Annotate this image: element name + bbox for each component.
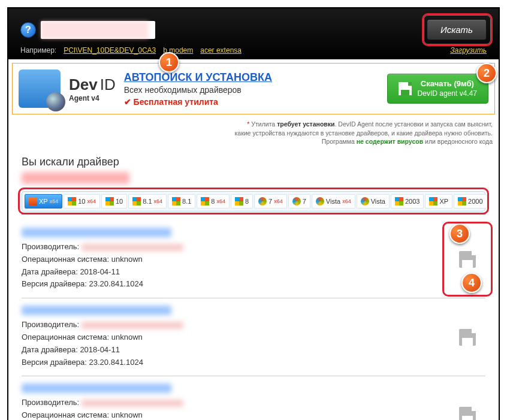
example-link[interactable]: acer extensa [200, 46, 242, 55]
callout-badge-2: 2 [476, 63, 497, 83]
os-tab-label: Vista [371, 198, 385, 205]
os-tab-XP[interactable]: XP [425, 194, 452, 209]
os-tab-label: 8 [245, 198, 249, 205]
promo-text: АВТОПОИСК И УСТАНОВКА Всех необходимых д… [124, 71, 379, 107]
driver-version: 23.20.841.1024 [89, 279, 143, 288]
driver-fields: Производитель: Операционная система: unk… [22, 319, 439, 368]
driver-title-obscured [22, 228, 171, 237]
example-link[interactable]: PCI\VEN_10DE&DEV_0CA3 [64, 46, 156, 55]
os-tab-label: Vista [326, 198, 340, 205]
driver-row: Производитель: Операционная система: unk… [22, 376, 485, 420]
os-tab-arch: x64 [216, 198, 225, 204]
driver-os: unknown [111, 410, 143, 419]
callout-badge-3: 3 [449, 223, 470, 244]
upload-link[interactable]: Загрузить [450, 46, 487, 55]
driver-fields: Производитель: Операционная система: unk… [22, 241, 439, 291]
os-tab-2003[interactable]: 2003 [391, 194, 424, 209]
download-title: Скачать (9мб) [418, 79, 477, 89]
os-tab-label: 8.1 [182, 198, 191, 205]
os-tab-Vistax64[interactable]: Vistax64 [312, 194, 355, 209]
os-tab-2000[interactable]: 2000 [454, 194, 487, 209]
os-tab-Vista[interactable]: Vista [357, 194, 390, 209]
driver-os: unknown [111, 255, 143, 264]
driver-info: Производитель: Операционная система: unk… [22, 383, 439, 420]
os-tab-arch: x64 [87, 198, 96, 204]
os-tab-XPx64[interactable]: XPx64 [25, 194, 62, 209]
help-icon[interactable]: ? [20, 22, 36, 38]
windows-xp-flag-icon [29, 197, 37, 206]
os-tab-label: 8 [211, 198, 215, 205]
os-tab-8.1[interactable]: 8.1 [168, 194, 195, 209]
os-tab-arch: x64 [342, 198, 351, 204]
query-obscured [22, 172, 129, 184]
windows-flag-icon [235, 197, 243, 206]
os-tab-label: 7 [268, 198, 272, 205]
os-tab-label: 2003 [405, 198, 420, 205]
os-tab-10[interactable]: 10 [101, 194, 127, 209]
search-button[interactable]: Искать [427, 19, 487, 40]
promo-headline-link[interactable]: АВТОПОИСК И УСТАНОВКА [124, 71, 272, 83]
promo-subline: Всех необходимых драйверов [124, 85, 379, 95]
driver-row: Производитель: Операционная система: unk… [22, 220, 485, 298]
callout-badge-1: 1 [159, 52, 179, 72]
windows-orb-icon [316, 197, 324, 206]
os-tab-label: XP [439, 198, 448, 205]
os-tab-7[interactable]: 7 [288, 194, 310, 209]
os-tab-label: 7 [303, 198, 306, 205]
example-label: Например: [20, 46, 56, 55]
promo-free-label: Бесплатная утилита [124, 97, 379, 107]
save-floppy-icon[interactable] [459, 251, 476, 268]
windows-xp-flag-icon [429, 197, 437, 206]
driver-date: 2018-04-11 [80, 267, 120, 276]
brand-light: ID [100, 75, 116, 94]
windows-flag-icon [68, 197, 76, 206]
driver-save-cell [449, 306, 485, 368]
example-row: Например: PCI\VEN_10DE&DEV_0CA3 b modem … [20, 40, 487, 55]
manufacturer-obscured [82, 400, 183, 407]
os-tab-label: XP [39, 198, 48, 205]
os-tab-8x64[interactable]: 8x64 [197, 194, 230, 209]
os-tab-7x64[interactable]: 7x64 [254, 194, 287, 209]
driver-row: Производитель: Операционная система: unk… [22, 298, 485, 376]
driver-title-obscured [22, 306, 171, 315]
driver-title-obscured [22, 383, 171, 393]
driver-info: Производитель: Операционная система: unk… [22, 228, 439, 291]
os-tabs: XPx6410x64108.1x648.18x6487x647Vistax64V… [22, 191, 485, 211]
driver-fields: Производитель: Операционная система: unk… [22, 397, 439, 420]
devid-logo-icon [19, 70, 61, 108]
floppy-icon [399, 82, 412, 95]
download-sub: DevID agent v4.47 [418, 89, 477, 98]
driver-save-cell [449, 383, 485, 420]
save-floppy-icon[interactable] [459, 407, 476, 420]
promo-brand: DevID Agent v4 [69, 75, 116, 102]
windows-xp-flag-icon [458, 197, 466, 206]
promo-box: DevID Agent v4 АВТОПОИСК И УСТАНОВКА Все… [12, 63, 495, 114]
os-tab-10x64[interactable]: 10x64 [64, 194, 100, 209]
windows-orb-icon [258, 197, 267, 206]
search-input[interactable] [41, 21, 155, 39]
os-tab-arch: x64 [154, 198, 163, 204]
os-tab-label: 10 [116, 198, 123, 205]
os-tab-8[interactable]: 8 [231, 194, 253, 209]
os-tab-arch: x64 [274, 198, 283, 204]
windows-flag-icon [201, 197, 209, 206]
os-tab-8.1x64[interactable]: 8.1x64 [128, 194, 167, 209]
windows-flag-icon [105, 197, 114, 206]
download-button[interactable]: Скачать (9мб) DevID agent v4.47 [387, 74, 488, 103]
agent-version-label: Agent v4 [69, 94, 116, 102]
windows-xp-flag-icon [395, 197, 403, 206]
manufacturer-obscured [82, 322, 183, 329]
brand-bold: Dev [69, 75, 98, 94]
driver-os: unknown [111, 333, 143, 342]
callout-badge-4: 4 [461, 273, 482, 293]
windows-flag-icon [132, 197, 141, 206]
manufacturer-obscured [82, 244, 183, 251]
promo-logo-block [19, 70, 61, 108]
driver-info: Производитель: Операционная система: unk… [22, 306, 439, 368]
os-tab-arch: x64 [50, 198, 59, 204]
os-tab-label: 8.1 [143, 198, 152, 205]
results-heading: Вы искали драйвер [22, 156, 485, 168]
save-floppy-icon[interactable] [459, 329, 476, 346]
os-tab-label: 2000 [468, 198, 482, 205]
windows-flag-icon [172, 197, 180, 206]
